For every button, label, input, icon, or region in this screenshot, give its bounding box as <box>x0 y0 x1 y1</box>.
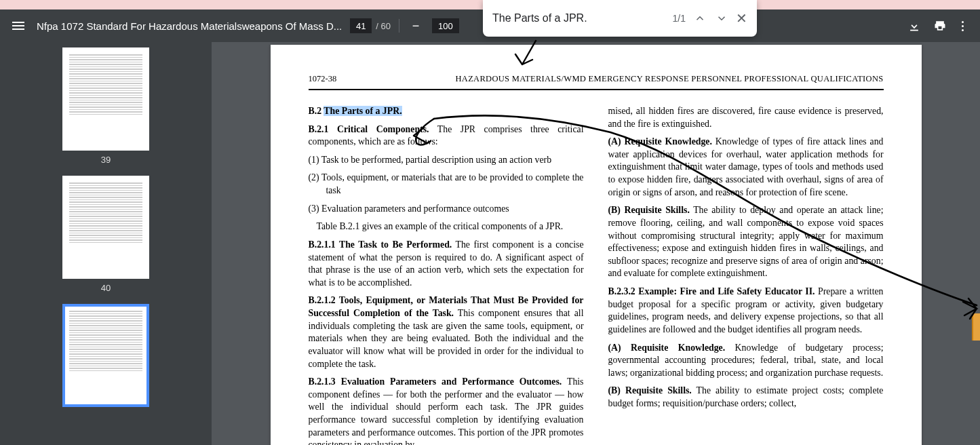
thumbnail-label: 40 <box>101 283 111 293</box>
header-rule <box>309 89 884 90</box>
document-title: Nfpa 1072 Standard For Hazardous Materia… <box>37 20 342 32</box>
scroll-marker <box>972 313 980 341</box>
left-column: B.2 The Parts of a JPR. B.2.1 Critical C… <box>309 105 584 445</box>
page-header-right: HAZARDOUS MATERIALS/WMD EMERGENCY RESPON… <box>456 73 884 85</box>
find-close-button[interactable]: ✕ <box>736 10 747 26</box>
page-header-left: 1072-38 <box>309 73 337 85</box>
thumbnail-41[interactable] <box>62 304 149 407</box>
thumbnail-40[interactable] <box>62 176 149 279</box>
find-prev-button[interactable] <box>692 11 707 26</box>
find-input[interactable] <box>492 12 666 24</box>
page-nav: / 60 <box>350 18 391 33</box>
zoom-input[interactable] <box>432 18 459 33</box>
menu-button[interactable] <box>8 18 28 34</box>
zoom-out-button[interactable]: − <box>408 18 424 34</box>
right-column: mised, all hidden fires are discovered, … <box>608 105 884 445</box>
pdf-page: 1072-38 HAZARDOUS MATERIALS/WMD EMERGENC… <box>271 45 922 445</box>
search-highlight: The Parts of a JPR. <box>324 106 401 116</box>
download-icon[interactable] <box>907 19 921 33</box>
more-button[interactable] <box>959 17 966 35</box>
thumbnail-39[interactable] <box>62 47 149 151</box>
find-bar: 1/1 ✕ <box>483 0 757 37</box>
page-input[interactable] <box>350 18 372 33</box>
find-count: 1/1 <box>673 13 686 24</box>
print-icon[interactable] <box>933 19 947 33</box>
find-next-button[interactable] <box>714 11 729 26</box>
page-viewport[interactable]: 1072-38 HAZARDOUS MATERIALS/WMD EMERGENC… <box>212 42 980 445</box>
divider <box>399 19 399 33</box>
page-total: / 60 <box>376 21 391 31</box>
thumbnail-label: 39 <box>101 155 111 165</box>
thumbnail-sidebar[interactable]: 39 40 <box>0 42 212 445</box>
